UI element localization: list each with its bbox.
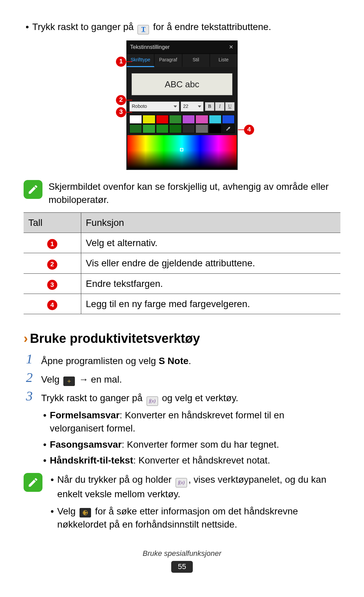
section-title: Bruke produktivitetsverktøy: [30, 331, 200, 346]
swatch[interactable]: [156, 115, 169, 124]
page-footer: Bruke spesialfunksjoner 55: [24, 548, 340, 573]
swatch[interactable]: [222, 115, 235, 124]
fn-cell: Velg et alternativ.: [81, 233, 340, 253]
swatch[interactable]: [195, 115, 208, 124]
tab-paragraph[interactable]: Paragraf: [154, 54, 182, 67]
callout-line: [126, 61, 132, 62]
step-body: Åpne programlisten og velg S Note.: [41, 352, 340, 367]
chevron-right-icon: ›: [24, 331, 28, 346]
swatch[interactable]: [195, 124, 208, 133]
text-attr-icon-glyph: T: [141, 25, 145, 34]
tip-text: Når du trykker på og holder f(x) , vises…: [57, 473, 340, 501]
text-settings-mock: Tekstinnstillinger ✕ Skrifttype Paragraf…: [118, 40, 246, 170]
bold-button[interactable]: B: [205, 102, 214, 111]
intro-text: Trykk raskt to ganger på T for å endre t…: [32, 20, 340, 34]
font-name: Roboto: [132, 103, 147, 110]
bullet-dot: •: [41, 438, 47, 451]
sub-text: Fasongsamsvar: Konverter former som du h…: [50, 438, 340, 451]
sub-text: Formelsamsvar: Konverter en håndskrevet …: [50, 409, 340, 435]
callout-line: [126, 100, 132, 100]
bullet-dot: •: [49, 473, 54, 501]
callout-4: 4: [244, 125, 254, 135]
panel-title: Tekstinnstillinger: [130, 43, 170, 51]
table-row: 1 Velg et alternativ.: [24, 233, 340, 253]
sub-rest: : Konverter et håndskrevet notat.: [133, 455, 270, 466]
color-gradient[interactable]: [127, 135, 237, 169]
text-attr-icon: T: [138, 25, 149, 34]
table-row: 2 Vis eller endre de gjeldende attributt…: [24, 253, 340, 273]
intro-bullet: • Trykk raskt to ganger på T for å endre…: [24, 20, 340, 34]
panel-titlebar: Tekstinnstillinger ✕: [127, 41, 237, 54]
formula-tool-icon: f(x): [147, 396, 158, 406]
callout-num: 1: [47, 239, 57, 249]
step-3: 3 Trykk raskt to ganger på f(x) og velg …: [24, 389, 340, 470]
table-row: 4 Legg til en ny farge med fargevelgeren…: [24, 294, 340, 314]
fn-cell: Legg til en ny farge med fargevelgeren.: [81, 294, 340, 314]
swatch[interactable]: [182, 115, 195, 124]
table-row: 3 Endre tekstfargen.: [24, 273, 340, 294]
swatch[interactable]: [143, 115, 155, 124]
note-icon: [24, 180, 42, 199]
underline-button[interactable]: U: [225, 102, 235, 111]
tab-style[interactable]: Stil: [182, 54, 210, 67]
swatch[interactable]: [182, 124, 195, 133]
swatch[interactable]: [129, 124, 142, 133]
swatch[interactable]: [129, 115, 142, 124]
callout-2: 2: [116, 95, 126, 105]
step-number: 1: [24, 352, 35, 367]
tab-list[interactable]: Liste: [210, 54, 237, 67]
sub-bold: Formelsamsvar: [50, 410, 120, 420]
tab-font[interactable]: Skrifttype: [127, 54, 154, 67]
tip-text: Velg for å søke etter informasjon om det…: [57, 505, 340, 531]
chevron-down-icon: [198, 106, 201, 108]
step1-b: .: [188, 356, 191, 366]
step-number: 2: [24, 371, 35, 386]
gradient-cursor[interactable]: [180, 148, 183, 151]
page-number: 55: [171, 561, 193, 573]
bullet-dot: •: [49, 505, 54, 531]
style-buttons: B I U: [205, 102, 235, 111]
plus-icon: [63, 377, 75, 386]
step3-a: Trykk raskt to ganger på: [41, 393, 145, 403]
step-2: 2 Velg → en mal.: [24, 371, 340, 386]
note-icon: [24, 473, 42, 492]
size-select[interactable]: 22: [181, 101, 204, 112]
step-body: Velg → en mal.: [41, 371, 340, 386]
callout-num: 2: [47, 260, 57, 270]
steps-list: 1 Åpne programlisten og velg S Note. 2 V…: [24, 352, 340, 470]
note-region-variance: Skjermbildet ovenfor kan se forskjellig …: [24, 180, 340, 206]
search-web-icon: [80, 508, 91, 517]
swatch[interactable]: [209, 124, 221, 133]
bullet-dot: •: [41, 454, 47, 467]
swatch[interactable]: [209, 115, 221, 124]
intro-text-a: Trykk raskt to ganger på: [32, 22, 136, 32]
tips-block: • Når du trykker på og holder f(x) , vis…: [24, 473, 340, 535]
color-swatches-row1: [127, 114, 237, 124]
tip2-a: Velg: [57, 506, 78, 516]
callout-3: 3: [116, 107, 126, 117]
step1-bold: S Note: [159, 356, 189, 366]
swatch[interactable]: [169, 115, 182, 124]
font-select[interactable]: Roboto: [129, 101, 179, 112]
step-1: 1 Åpne programlisten og velg S Note.: [24, 352, 340, 367]
step-body: Trykk raskt to ganger på f(x) og velg et…: [41, 389, 340, 470]
swatch[interactable]: [169, 124, 182, 133]
callout-1: 1: [116, 57, 126, 67]
intro-text-b: for å endre tekstattributtene.: [153, 22, 271, 32]
swatch[interactable]: [143, 124, 155, 133]
text-settings-panel: Tekstinnstillinger ✕ Skrifttype Paragraf…: [126, 40, 238, 170]
sub-rest: : Konverter former som du har tegnet.: [122, 439, 279, 450]
tip2-b: for å søke etter informasjon om det hånd…: [57, 506, 298, 530]
swatch[interactable]: [156, 124, 169, 133]
eyedropper-button[interactable]: [222, 124, 235, 133]
italic-button[interactable]: I: [215, 102, 224, 111]
section-heading: ›Bruke produktivitetsverktøy: [24, 330, 340, 348]
tip-bullet: • Når du trykker på og holder f(x) , vis…: [49, 473, 340, 501]
tips-list: • Når du trykker på og holder f(x) , vis…: [49, 473, 340, 535]
callout-table: Tall Funksjon 1 Velg et alternativ. 2 Vi…: [24, 212, 340, 314]
font-size: 22: [183, 103, 188, 110]
footer-title: Bruke spesialfunksjoner: [24, 548, 340, 559]
bullet-dot: •: [24, 20, 29, 34]
callout-num: 4: [47, 300, 57, 310]
close-icon[interactable]: ✕: [228, 44, 234, 50]
